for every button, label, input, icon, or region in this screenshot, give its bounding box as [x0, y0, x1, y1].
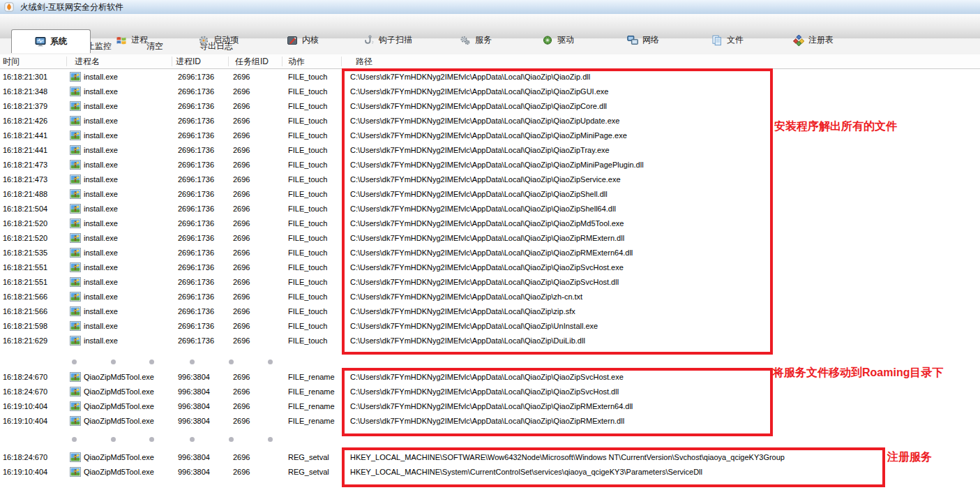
- cell-time: 16:18:24:670: [3, 370, 47, 385]
- table-row[interactable]: 16:18:21:551install.exe2696:17362696FILE…: [0, 260, 980, 275]
- cell-process-name: QiaoZipMd5Tool.exe: [84, 370, 154, 385]
- file-image-icon: [70, 131, 81, 140]
- startup-icon: [198, 35, 209, 46]
- cell-task-group-id: 2696: [233, 319, 250, 334]
- cell-action: FILE_touch: [288, 128, 327, 143]
- cell-path: HKEY_LOCAL_MACHINE\SOFTWARE\Wow6432Node\…: [350, 450, 785, 465]
- table-row[interactable]: 16:18:21:566install.exe2696:17362696FILE…: [0, 290, 980, 304]
- table-row[interactable]: 16:18:21:504install.exe2696:17362696FILE…: [0, 202, 980, 216]
- tab-hook-scan[interactable]: 钩子扫描: [363, 28, 412, 52]
- table-row[interactable]: 16:18:21:441install.exe2696:17362696FILE…: [0, 143, 980, 158]
- cell-process-name: install.exe: [84, 187, 118, 202]
- table-row[interactable]: 16:19:10:404QiaoZipMd5Tool.exe996:380426…: [0, 399, 980, 414]
- cell-path: HKEY_LOCAL_MACHINE\System\CurrentControl…: [350, 465, 702, 480]
- table-row[interactable]: 16:18:21:473install.exe2696:17362696FILE…: [0, 158, 980, 172]
- ellipsis-dot: [72, 359, 77, 364]
- cell-process-id: 2696:1736: [178, 84, 214, 99]
- tab-label: 文件: [727, 34, 744, 46]
- ellipsis-dot: [190, 437, 195, 442]
- table-row[interactable]: 16:18:24:670QiaoZipMd5Tool.exe996:380426…: [0, 450, 980, 465]
- table-row[interactable]: 16:18:21:301install.exe2696:17362696FILE…: [0, 70, 980, 84]
- tab-label: 启动项: [213, 34, 239, 46]
- column-header-pid[interactable]: 进程ID: [176, 54, 201, 68]
- annotation-text-moved-service-files: 将服务文件移动到Roaming目录下: [773, 366, 943, 380]
- tab-startup[interactable]: 启动项: [198, 28, 239, 52]
- tab-files[interactable]: 文件: [711, 28, 744, 52]
- cell-process-name: install.exe: [84, 202, 118, 216]
- cell-time: 16:18:24:670: [3, 450, 47, 465]
- network-icon: [627, 35, 638, 46]
- cell-path: C:\Users\dk7FYmHDKNyg2IMEfvlc\AppData\Lo…: [350, 290, 582, 304]
- cell-time: 16:18:21:473: [3, 172, 47, 187]
- table-row[interactable]: 16:19:10:404QiaoZipMd5Tool.exe996:380426…: [0, 414, 980, 429]
- table-row[interactable]: 16:18:21:473install.exe2696:17362696FILE…: [0, 172, 980, 187]
- table-row[interactable]: 16:18:21:629install.exe2696:17362696FILE…: [0, 334, 980, 348]
- table-row[interactable]: 16:18:21:551install.exe2696:17362696FILE…: [0, 275, 980, 290]
- cell-action: FILE_rename: [288, 414, 335, 429]
- table-row[interactable]: 16:18:21:566install.exe2696:17362696FILE…: [0, 304, 980, 319]
- table-row[interactable]: 16:18:21:598install.exe2696:17362696FILE…: [0, 319, 980, 334]
- ellipsis-dot: [268, 437, 273, 442]
- cell-time: 16:18:21:504: [3, 202, 47, 216]
- cell-path: C:\Users\dk7FYmHDKNyg2IMEfvlc\AppData\Lo…: [350, 231, 624, 246]
- table-row[interactable]: 16:18:21:520install.exe2696:17362696FILE…: [0, 216, 980, 231]
- table-row[interactable]: 16:19:10:404QiaoZipMd5Tool.exe996:380426…: [0, 465, 980, 480]
- cell-task-group-id: 2696: [233, 304, 250, 319]
- tab-registry[interactable]: 注册表: [793, 28, 834, 52]
- table-row[interactable]: 16:18:24:670QiaoZipMd5Tool.exe996:380426…: [0, 385, 980, 399]
- cell-path: C:\Users\dk7FYmHDKNyg2IMEfvlc\AppData\Lo…: [350, 414, 624, 429]
- ellipsis-dot: [111, 437, 116, 442]
- cell-process-id: 2696:1736: [178, 70, 214, 84]
- tab-network[interactable]: 网络: [627, 28, 659, 52]
- cell-action: FILE_touch: [288, 172, 327, 187]
- ellipsis-dot: [229, 437, 234, 442]
- column-header-time[interactable]: 时间: [3, 54, 20, 68]
- cell-process-id: 2696:1736: [178, 172, 214, 187]
- cell-time: 16:18:21:473: [3, 158, 47, 172]
- cell-task-group-id: 2696: [233, 450, 250, 465]
- table-row[interactable]: 16:18:21:535install.exe2696:17362696FILE…: [0, 246, 980, 260]
- cell-process-id: 2696:1736: [178, 231, 214, 246]
- cell-task-group-id: 2696: [233, 216, 250, 231]
- tab-system[interactable]: 系统: [11, 29, 91, 53]
- file-image-icon: [70, 189, 81, 199]
- table-row[interactable]: 16:18:21:520install.exe2696:17362696FILE…: [0, 231, 980, 246]
- cell-time: 16:18:21:301: [3, 70, 47, 84]
- file-image-icon: [70, 262, 81, 272]
- ellipsis-dot: [229, 359, 234, 364]
- tab-kernel[interactable]: 内核: [287, 28, 319, 52]
- table-row[interactable]: 16:18:21:348install.exe2696:17362696FILE…: [0, 84, 980, 99]
- tab-services[interactable]: 服务: [460, 28, 492, 52]
- file-image-icon: [70, 336, 81, 346]
- cell-time: 16:19:10:404: [3, 465, 47, 480]
- cell-path: C:\Users\dk7FYmHDKNyg2IMEfvlc\AppData\Lo…: [350, 187, 608, 202]
- cell-process-name: install.exe: [84, 128, 118, 143]
- hook-scan-icon: [363, 35, 375, 46]
- cell-process-id: 2696:1736: [178, 99, 214, 114]
- cell-process-name: install.exe: [84, 84, 118, 99]
- cell-process-id: 996:3804: [178, 465, 210, 480]
- cell-path: C:\Users\dk7FYmHDKNyg2IMEfvlc\AppData\Lo…: [350, 319, 598, 334]
- cell-action: FILE_touch: [288, 304, 327, 319]
- cell-task-group-id: 2696: [233, 114, 250, 128]
- file-image-icon: [70, 101, 81, 111]
- cell-task-group-id: 2696: [233, 385, 250, 399]
- cell-process-name: install.exe: [84, 275, 118, 290]
- column-header-group[interactable]: 任务组ID: [235, 54, 269, 68]
- tab-driver[interactable]: 驱动: [542, 28, 574, 52]
- tab-process[interactable]: 进程: [116, 28, 148, 52]
- table-row[interactable]: 16:18:21:379install.exe2696:17362696FILE…: [0, 99, 980, 114]
- driver-icon: [542, 35, 553, 46]
- cell-action: FILE_touch: [288, 275, 327, 290]
- tab-label: 驱动: [557, 34, 574, 46]
- cell-process-id: 2696:1736: [178, 319, 214, 334]
- column-header-action[interactable]: 动作: [288, 54, 305, 68]
- cell-task-group-id: 2696: [233, 143, 250, 158]
- clear-button[interactable]: 清空: [146, 38, 163, 54]
- column-header-process[interactable]: 进程名: [75, 54, 100, 68]
- cell-path: C:\Users\dk7FYmHDKNyg2IMEfvlc\AppData\Lo…: [350, 114, 619, 128]
- cell-time: 16:18:21:629: [3, 334, 47, 348]
- table-row[interactable]: 16:18:21:488install.exe2696:17362696FILE…: [0, 187, 980, 202]
- cell-time: 16:18:21:379: [3, 99, 47, 114]
- column-header-path[interactable]: 路径: [356, 54, 372, 68]
